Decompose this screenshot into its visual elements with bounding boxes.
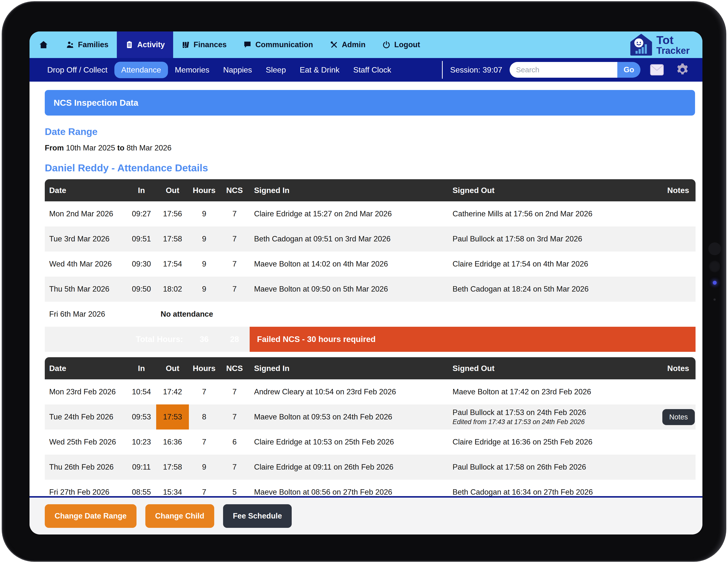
date-cell: Thu 5th Mar 2026 bbox=[45, 277, 127, 302]
search-input[interactable] bbox=[510, 62, 617, 78]
ncs-cell: 5 bbox=[219, 480, 250, 496]
signed-in-cell: Maeve Bolton at 08:56 on 27th Feb 2026 bbox=[250, 480, 448, 496]
column-header-in: In bbox=[127, 179, 156, 201]
attendance-table-2: DateInOutHoursNCSSigned InSigned OutNote… bbox=[45, 357, 696, 496]
date-cell: Tue 24th Feb 2026 bbox=[45, 404, 127, 429]
messages-button[interactable] bbox=[650, 64, 664, 76]
signed-out-text: Claire Edridge at 16:36 on 25th Feb 2026 bbox=[453, 438, 592, 446]
signed-in-cell: Beth Cadogan at 09:51 on 3rd Mar 2026 bbox=[250, 227, 448, 252]
sub-nav: Drop Off / CollectAttendanceMemoriesNapp… bbox=[30, 58, 702, 82]
nav-item-logout[interactable]: Logout bbox=[374, 31, 428, 58]
ncs-cell: 7 bbox=[219, 227, 250, 252]
in-cell: 09:27 bbox=[127, 201, 156, 227]
column-header-out: Out bbox=[156, 357, 189, 379]
sub-nav-right: Session: 39:07 Go bbox=[442, 61, 692, 79]
signed-out-cell: Beth Cadogan at 16:34 on 27th Feb 2026 bbox=[448, 480, 662, 496]
in-cell bbox=[127, 302, 156, 327]
no-attendance-cell: No attendance bbox=[156, 302, 250, 327]
in-cell: 09:53 bbox=[127, 404, 156, 429]
date-cell: Thu 26th Feb 2026 bbox=[45, 455, 127, 480]
signed-in-cell: Maeve Bolton at 09:53 on 24th Feb 2026 bbox=[250, 404, 448, 429]
in-cell: 09:11 bbox=[127, 455, 156, 480]
total-hours-label: Total Hours: bbox=[45, 327, 189, 352]
app-logo: Tot Tracker bbox=[630, 31, 702, 58]
table-row: Tue 3rd Mar 202609:5117:5897Beth Cadogan… bbox=[45, 227, 696, 252]
out-cell: 17:42 bbox=[156, 379, 189, 404]
settings-button[interactable] bbox=[675, 62, 690, 77]
sub-nav-items: Drop Off / CollectAttendanceMemoriesNapp… bbox=[40, 62, 398, 78]
signed-out-text: Claire Edridge at 17:54 on 4th Mar 2026 bbox=[453, 260, 588, 268]
hours-cell: 7 bbox=[189, 379, 219, 404]
subnav-item-nappies[interactable]: Nappies bbox=[216, 62, 259, 78]
app-screen: FamiliesActivityFinancesCommunicationAdm… bbox=[30, 31, 702, 534]
signed-out-text: Paul Bullock at 17:58 on 26th Feb 2026 bbox=[453, 463, 586, 471]
logo-text: Tot Tracker bbox=[656, 34, 690, 56]
subnav-separator bbox=[442, 61, 443, 79]
total-ncs-value: 28 bbox=[219, 327, 250, 352]
date-cell: Mon 23rd Feb 2026 bbox=[45, 379, 127, 404]
subnav-item-sleep[interactable]: Sleep bbox=[259, 62, 293, 78]
change-date-range-button[interactable]: Change Date Range bbox=[45, 504, 137, 528]
table-row: Thu 5th Mar 202609:5018:0297Maeve Bolton… bbox=[45, 277, 696, 302]
to-label: to bbox=[117, 144, 124, 152]
notes-cell bbox=[662, 455, 696, 480]
nav-item-communication[interactable]: Communication bbox=[235, 31, 321, 58]
subnav-item-memories[interactable]: Memories bbox=[168, 62, 216, 78]
nav-item-home[interactable] bbox=[30, 31, 58, 58]
nav-item-label: Communication bbox=[255, 40, 313, 49]
subnav-item-staff-clock[interactable]: Staff Clock bbox=[346, 62, 398, 78]
subnav-item-drop-off-collect[interactable]: Drop Off / Collect bbox=[40, 62, 114, 78]
subnav-item-attendance[interactable]: Attendance bbox=[114, 62, 168, 78]
table-row: Wed 25th Feb 202610:2316:3676Claire Edri… bbox=[45, 429, 696, 455]
hours-cell: 8 bbox=[189, 404, 219, 429]
search-bar: Go bbox=[510, 62, 640, 78]
signed-out-text: Paul Bullock at 17:53 on 24th Feb 2026 bbox=[453, 408, 586, 417]
to-date: 8th Mar 2026 bbox=[127, 144, 172, 152]
table-row: Tue 24th Feb 202609:5317:5387Maeve Bolto… bbox=[45, 404, 696, 429]
out-cell: 17:53 bbox=[156, 404, 189, 429]
child-attendance-heading: Daniel Reddy - Attendance Details bbox=[45, 162, 695, 174]
notes-cell bbox=[662, 252, 696, 277]
ncs-cell: 7 bbox=[219, 277, 250, 302]
table-row: Fri 6th Mar 2026No attendance bbox=[45, 302, 696, 327]
notes-button[interactable]: Notes bbox=[662, 409, 695, 425]
signed-out-cell bbox=[448, 302, 662, 327]
tablet-frame: FamiliesActivityFinancesCommunicationAdm… bbox=[2, 1, 726, 562]
signed-out-cell: Paul Bullock at 17:58 on 26th Feb 2026 bbox=[448, 455, 662, 480]
home-icon bbox=[39, 40, 48, 49]
nav-item-admin[interactable]: Admin bbox=[321, 31, 374, 58]
in-cell: 09:50 bbox=[127, 277, 156, 302]
out-cell: 17:58 bbox=[156, 227, 189, 252]
subnav-item-eat-drink[interactable]: Eat & Drink bbox=[293, 62, 346, 78]
nav-item-finances[interactable]: Finances bbox=[173, 31, 235, 58]
search-go-button[interactable]: Go bbox=[617, 62, 640, 78]
admin-icon bbox=[330, 41, 338, 49]
date-cell: Fri 27th Feb 2026 bbox=[45, 480, 127, 496]
footer-buttons: Change Date RangeChange ChildFee Schedul… bbox=[45, 504, 292, 528]
date-range-heading: Date Range bbox=[45, 126, 695, 137]
fee-schedule-button[interactable]: Fee Schedule bbox=[223, 504, 292, 528]
hours-cell: 9 bbox=[189, 455, 219, 480]
signed-out-text: Paul Bullock at 17:58 on 3rd Mar 2026 bbox=[453, 235, 582, 243]
from-date: 10th Mar 2025 bbox=[66, 144, 115, 152]
table-row: Wed 4th Mar 202609:3017:5497Maeve Bolton… bbox=[45, 252, 696, 277]
nav-item-activity[interactable]: Activity bbox=[117, 31, 173, 58]
from-label: From bbox=[45, 144, 64, 152]
date-cell: Wed 25th Feb 2026 bbox=[45, 429, 127, 455]
bezel-camera-icon bbox=[708, 243, 721, 255]
nav-item-families[interactable]: Families bbox=[58, 31, 117, 58]
main-nav-items: FamiliesActivityFinancesCommunicationAdm… bbox=[30, 31, 428, 58]
bezel-camera-icon bbox=[708, 260, 721, 273]
change-child-button[interactable]: Change Child bbox=[145, 504, 214, 528]
table-header-row: DateInOutHoursNCSSigned InSigned OutNote… bbox=[45, 179, 696, 201]
bezel-sensor-icon bbox=[713, 298, 716, 301]
date-cell: Wed 4th Mar 2026 bbox=[45, 252, 127, 277]
table-header-row: DateInOutHoursNCSSigned InSigned OutNote… bbox=[45, 357, 696, 379]
hours-cell: 9 bbox=[189, 227, 219, 252]
notes-cell bbox=[662, 277, 696, 302]
finances-icon bbox=[182, 41, 190, 49]
hours-cell: 7 bbox=[189, 480, 219, 496]
date-range-value: From 10th Mar 2025 to 8th Mar 2026 bbox=[45, 144, 695, 153]
column-header-signed-out: Signed Out bbox=[448, 357, 662, 379]
signed-out-text: Maeve Bolton at 17:42 on 23rd Feb 2026 bbox=[453, 387, 591, 396]
